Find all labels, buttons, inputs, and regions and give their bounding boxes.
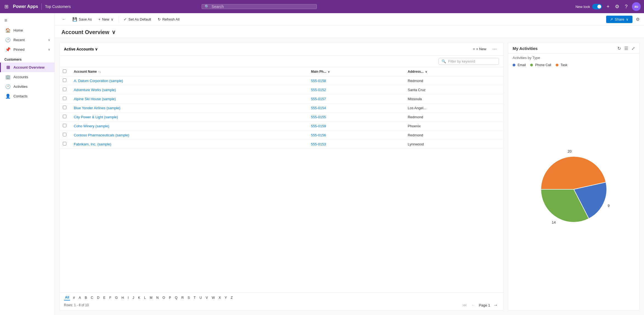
search-bar[interactable]: 🔍 [202,4,317,9]
row-checkbox-cell[interactable] [60,76,70,85]
alpha-nav-btn[interactable]: All [64,295,70,300]
sidebar-item-account-overview[interactable]: ⊞ Account Overview [0,63,55,72]
waffle-icon[interactable]: ⊞ [3,2,10,11]
sidebar: ≡ 🏠 Home 🕐 Recent ∨ 📌 Pinned ∨ Customers… [0,13,55,315]
avatar[interactable]: au [632,2,641,11]
row-checkbox[interactable] [63,78,66,82]
alpha-nav-btn[interactable]: K [137,295,141,300]
first-page-button[interactable]: ⏮ [461,302,468,308]
list-activities-icon[interactable]: ☰ [624,46,628,51]
next-page-button[interactable]: → [492,302,499,308]
sidebar-item-pinned[interactable]: 📌 Pinned ∨ [0,45,55,54]
alpha-nav-btn[interactable]: Z [230,295,234,300]
account-name-header[interactable]: Account Name ↑↓ [70,67,308,76]
main-phone-header[interactable]: Main Ph... ∨ [308,67,405,76]
alpha-nav-btn[interactable]: # [72,295,76,300]
filter-input[interactable] [448,59,496,63]
phone-link[interactable]: 555-0157 [311,97,326,101]
plus-icon[interactable]: + [605,3,611,11]
refresh-button[interactable]: ↻ Refresh All [155,16,182,23]
account-name-link[interactable]: Alpine Ski House (sample) [74,97,116,101]
alpha-nav-btn[interactable]: X [218,295,222,300]
phone-link[interactable]: 555-0159 [311,124,326,128]
alpha-nav-btn[interactable]: Q [174,295,179,300]
account-name-link[interactable]: Fabrikam, Inc. (sample) [74,142,111,146]
alpha-nav-btn[interactable]: W [211,295,216,300]
sidebar-item-activities[interactable]: 🕐 Activities [0,82,55,91]
sidebar-item-home[interactable]: 🏠 Home [0,26,55,35]
account-name-link[interactable]: Adventure Works (sample) [74,88,116,92]
alpha-nav-btn[interactable]: F [108,295,112,300]
sidebar-item-accounts[interactable]: 🏢 Accounts [0,72,55,82]
row-checkbox-cell[interactable] [60,103,70,113]
sidebar-item-contacts[interactable]: 👤 Contacts [0,91,55,101]
account-name-link[interactable]: A. Datum Corporation (sample) [74,79,123,83]
back-button[interactable]: ← [59,15,69,23]
active-accounts-title[interactable]: Active Accounts ∨ [64,47,98,51]
alpha-nav-btn[interactable]: U [198,295,203,300]
alpha-nav-btn[interactable]: L [143,295,147,300]
alpha-nav-btn[interactable]: D [96,295,101,300]
alpha-nav-btn[interactable]: C [90,295,94,300]
alpha-nav-btn[interactable]: T [193,295,197,300]
row-checkbox[interactable] [63,97,66,100]
row-checkbox-cell[interactable] [60,122,70,131]
prev-page-button[interactable]: ← [470,302,477,308]
new-button[interactable]: + New ∨ [96,16,117,23]
save-as-button[interactable]: 💾 Save As [70,15,95,23]
phone-link[interactable]: 555-0154 [311,106,326,110]
row-checkbox-cell[interactable] [60,140,70,149]
alpha-nav-btn[interactable]: O [162,295,166,300]
select-all-checkbox[interactable] [63,69,66,73]
set-default-button[interactable]: ✓ Set As Default [121,16,154,23]
alpha-nav-btn[interactable]: J [131,295,135,300]
row-checkbox[interactable] [63,142,66,145]
row-checkbox[interactable] [63,88,66,91]
more-options-button[interactable]: ⋯ [490,45,499,53]
alpha-nav-btn[interactable]: I [127,295,130,300]
account-name-link[interactable]: Blue Yonder Airlines (sample) [74,106,120,110]
alpha-nav-btn[interactable]: G [114,295,119,300]
phone-link[interactable]: 555-0155 [311,115,326,119]
phone-link[interactable]: 555-0152 [311,88,326,92]
row-checkbox[interactable] [63,124,66,127]
row-checkbox-cell[interactable] [60,94,70,103]
select-all-header[interactable] [60,67,70,76]
row-checkbox-cell[interactable] [60,131,70,140]
row-checkbox[interactable] [63,133,66,136]
alpha-nav-btn[interactable]: R [180,295,185,300]
alpha-nav-btn[interactable]: S [187,295,191,300]
account-name-link[interactable]: Contoso Pharmaceuticals (sample) [74,133,129,137]
sidebar-item-recent[interactable]: 🕐 Recent ∨ [0,35,55,45]
account-name-link[interactable]: City Power & Light (sample) [74,115,118,119]
alpha-nav-btn[interactable]: E [102,295,106,300]
alpha-nav-btn[interactable]: V [205,295,209,300]
new-account-button[interactable]: + + New [470,46,489,52]
row-checkbox-cell[interactable] [60,85,70,94]
refresh-activities-icon[interactable]: ↻ [617,46,621,51]
alpha-nav-btn[interactable]: M [149,295,154,300]
alpha-nav-btn[interactable]: P [168,295,172,300]
row-checkbox[interactable] [63,106,66,109]
search-input[interactable] [211,4,314,9]
phone-link[interactable]: 555-0158 [311,79,326,83]
phone-link[interactable]: 555-0156 [311,133,326,137]
page-title[interactable]: Account Overview ∨ [61,29,637,35]
expand-activities-icon[interactable]: ⤢ [631,46,635,51]
row-checkbox[interactable] [63,115,66,118]
settings-panel-icon[interactable]: ⚙ [636,17,640,22]
alpha-nav-btn[interactable]: N [155,295,160,300]
alpha-nav-btn[interactable]: A [78,295,82,300]
help-icon[interactable]: ? [624,3,629,11]
alpha-nav-btn[interactable]: Y [224,295,228,300]
new-look-switch[interactable] [592,4,602,9]
address-header[interactable]: Address... ∨ [404,67,503,76]
alpha-nav-btn[interactable]: H [120,295,125,300]
share-button[interactable]: ↗ Share ∨ [606,16,632,23]
phone-link[interactable]: 555-0153 [311,142,326,146]
account-name-link[interactable]: Coho Winery (sample) [74,124,109,128]
row-checkbox-cell[interactable] [60,113,70,122]
alpha-nav-btn[interactable]: B [84,295,88,300]
sidebar-hamburger[interactable]: ≡ [0,15,55,26]
settings-icon[interactable]: ⚙ [614,2,620,11]
